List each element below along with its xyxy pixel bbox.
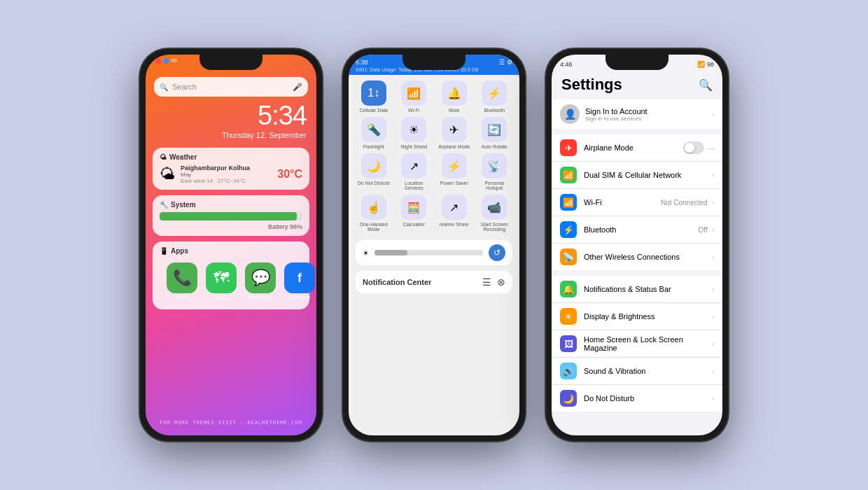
settings-item-display[interactable]: ☀ Display & Brightness › (552, 303, 722, 330)
dualsim-icon: 📶 (560, 167, 577, 183)
display-chevron: › (712, 313, 714, 321)
weather-row: 🌤 Paighambarpur Kolhua May East wind 14 … (160, 164, 302, 184)
settings-section-display: 🔔 Notifications & Status Bar › ☀ Display… (552, 276, 722, 412)
wifi-value: Not Connected (661, 199, 708, 206)
ctrl-location-icon: ↗ (401, 153, 426, 178)
home-time: 5:34 (146, 101, 316, 131)
sound-label: Sound & Vibration (584, 367, 712, 375)
facebook-app-icon: f (284, 262, 315, 293)
ctrl-calculator-icon: 🧮 (401, 195, 426, 220)
ctrl-dnd-icon: 🌙 (361, 153, 386, 178)
control-center-screen: 5:38 Thu, September 12 ☰ ⚙ SIM1: Data Us… (349, 55, 519, 435)
ctrl-airplane[interactable]: ✈ Airplane Mode (436, 117, 472, 149)
display-icon: ☀ (560, 308, 577, 325)
apps-widget-title: 📱 Apps (160, 247, 302, 255)
status-dot-red (155, 58, 161, 64)
airplane-icon: ✈ (560, 139, 577, 156)
search-bar[interactable]: 🔍 Search 🎤 (154, 77, 308, 97)
phone-1-screen: 96 🔍 Search 🎤 5:34 Thursday 12, Septembe… (146, 55, 316, 435)
ctrl-calculator[interactable]: 🧮 Calculator (396, 195, 433, 232)
maps-app-icon: 🗺 (206, 262, 237, 293)
app-phone[interactable]: 📞 Phone (167, 262, 197, 300)
ctrl-flashlight[interactable]: 🔦 Flashlight (356, 117, 392, 149)
ctrl-dnd[interactable]: 🌙 Do Not Disturb (356, 153, 392, 190)
notif-close-icon[interactable]: ⊗ (497, 276, 505, 288)
ctrl-autorotate-label: Auto Rotate (482, 144, 507, 149)
phone-1: 96 🔍 Search 🎤 5:34 Thursday 12, Septembe… (140, 49, 322, 441)
notif-list-icon[interactable]: ☰ (482, 276, 491, 288)
ctrl-screenrecord[interactable]: 📹 Start Screen Recording (477, 195, 513, 232)
ctrl-wifi[interactable]: 📶 Wi-Fi (396, 80, 433, 113)
settings-status-icons: 📶 98 (697, 61, 714, 68)
home-date: Thursday 12, September (146, 131, 316, 145)
brightness-track[interactable] (374, 250, 483, 255)
bluetooth-icon: ⚡ (560, 221, 577, 238)
ctrl-mute[interactable]: 🔔 Mute (436, 80, 472, 113)
bluetooth-label: Bluetooth (584, 225, 699, 234)
status-left: 96 (155, 57, 177, 64)
ctrl-realmeshare[interactable]: ↗ realme Share (436, 195, 472, 232)
ctrl-realmeshare-icon: ↗ (442, 195, 467, 220)
weather-icon: 🌤 (160, 153, 167, 161)
settings-item-sound[interactable]: 🔊 Sound & Vibration › (552, 358, 722, 385)
system-widget: 🔧 System Battery 96% (153, 195, 309, 236)
notch-2 (402, 55, 465, 70)
ctrl-cellular-label: Cellular Data (360, 108, 388, 113)
settings-item-bluetooth[interactable]: ⚡ Bluetooth Off › (552, 216, 722, 244)
search-placeholder: Search (172, 83, 288, 91)
settings-search-icon[interactable]: 🔍 (699, 78, 713, 92)
ctrl-hotspot-label: Personal Hotspot (477, 181, 513, 190)
battery-bar-fill (160, 212, 297, 220)
notification-center[interactable]: Notification Center ☰ ⊗ (356, 271, 512, 293)
ctrl-airplane-label: Airplane Mode (438, 144, 470, 149)
weather-info: Paighambarpur Kolhua May East wind 14 27… (181, 164, 272, 184)
ctrl-onehanded-label: One-Handed Mode (356, 222, 392, 232)
ctrl-hotspot-icon: 📡 (482, 153, 507, 178)
settings-item-dnd[interactable]: 🌙 Do Not Disturb › (552, 385, 722, 412)
ctrl-flashlight-label: Flashlight (363, 144, 384, 149)
ctrl-powersaver[interactable]: ⚡ Power Saver (436, 153, 472, 190)
airplane-label: Airplane Mode (584, 144, 683, 152)
ctrl-flashlight-icon: 🔦 (361, 117, 386, 142)
battery-bar-bg (160, 212, 302, 220)
settings-item-airplane[interactable]: ✈ Airplane Mode — (552, 134, 722, 162)
ctrl-nightshield[interactable]: ☀ Night Shield (396, 117, 433, 149)
signin-avatar: 👤 (560, 104, 580, 124)
airplane-toggle[interactable] (683, 141, 704, 154)
app-messages[interactable]: 💬 Messages (245, 262, 276, 300)
settings-item-homescreen[interactable]: 🖼 Home Screen & Lock Screen Magazine › (552, 330, 722, 358)
settings-item-wireless[interactable]: 📡 Other Wireless Connections › (552, 244, 722, 270)
ctrl-screenrecord-label: Start Screen Recording (477, 222, 513, 232)
weather-widget: 🌤 Weather 🌤 Paighambarpur Kolhua May Eas… (153, 148, 309, 190)
settings-item-notifications[interactable]: 🔔 Notifications & Status Bar › (552, 276, 722, 303)
ctrl-onehanded[interactable]: ☝ One-Handed Mode (356, 195, 392, 232)
dnd-label: Do Not Disturb (584, 394, 712, 402)
ctrl-cellular[interactable]: 1↕ Cellular Data (356, 80, 392, 113)
brightness-button[interactable]: ↺ (489, 244, 505, 261)
notifications-chevron: › (712, 286, 714, 293)
wifi-label: Wi-Fi (584, 198, 661, 206)
wifi-icon: 📶 (560, 194, 577, 211)
ctrl-screenrecord-icon: 📹 (482, 195, 507, 220)
dnd-icon: 🌙 (560, 390, 577, 407)
ctrl-autorotate[interactable]: 🔄 Auto Rotate (477, 117, 513, 149)
settings-section-network: ✈ Airplane Mode — 📶 Dual SIM & Cellular … (552, 134, 722, 270)
bluetooth-chevron: › (712, 226, 714, 234)
settings-item-signin[interactable]: 👤 Sign In to Account Sign in to use serv… (552, 99, 722, 129)
weather-widget-title: 🌤 Weather (160, 153, 302, 161)
app-facebook[interactable]: f Facebook (284, 262, 315, 300)
ctrl-nightshield-icon: ☀ (401, 117, 426, 142)
app-maps[interactable]: 🗺 Maps (206, 262, 237, 300)
controls-grid: 1↕ Cellular Data 📶 Wi-Fi 🔔 Mute ⚡ Blueto… (349, 75, 519, 237)
settings-item-wifi[interactable]: 📶 Wi-Fi Not Connected › (552, 189, 722, 216)
settings-item-dualsim[interactable]: 📶 Dual SIM & Cellular Network › (552, 162, 722, 189)
signin-title: Sign In to Account (585, 107, 712, 115)
ctrl-hotspot[interactable]: 📡 Personal Hotspot (477, 153, 513, 190)
ctrl-mute-icon: 🔔 (442, 80, 467, 106)
ctrl-bluetooth-label: Bluetooth (484, 108, 505, 113)
status-dot-blue (163, 58, 169, 64)
signin-chevron: › (712, 111, 714, 118)
ctrl-bluetooth[interactable]: ⚡ Bluetooth (477, 80, 513, 113)
wireless-chevron: › (712, 253, 714, 261)
ctrl-location[interactable]: ↗ Location Services (396, 153, 433, 190)
